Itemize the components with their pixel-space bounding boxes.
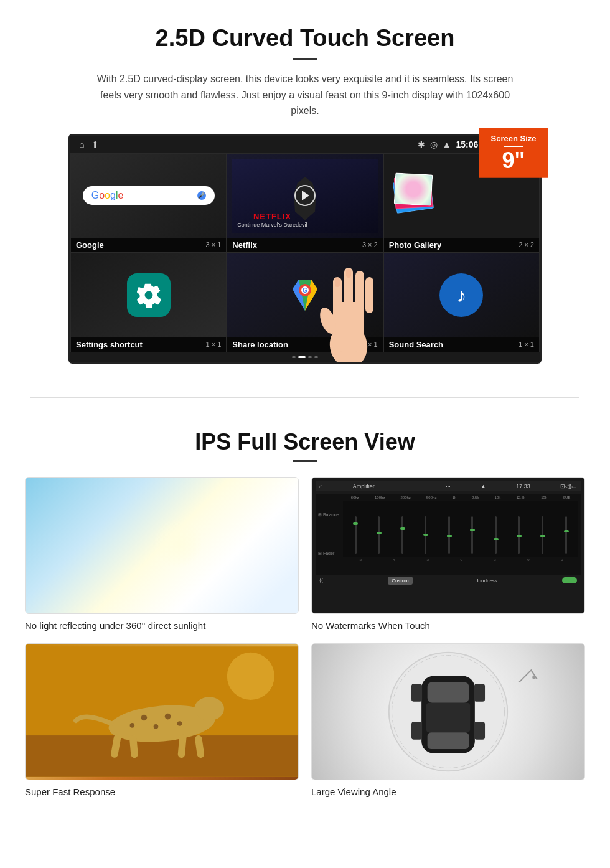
photo-stack: [392, 171, 435, 220]
svg-point-39: [532, 676, 536, 679]
app-cell-share[interactable]: G Share location 1 × 1: [227, 253, 383, 352]
netflix-overlay-text: NETFLIX Continue Marvel's Daredevil: [237, 212, 307, 228]
app-cell-settings[interactable]: Settings shortcut 1 × 1: [70, 253, 227, 352]
section1-title: 2.5D Curved Touch Screen: [37, 25, 573, 52]
svg-rect-34: [428, 732, 469, 749]
share-app-size: 1 × 1: [362, 341, 378, 348]
amp-wifi: ▲: [481, 483, 486, 489]
settings-app-size: 1 × 1: [206, 341, 222, 348]
amp-header: ⌂ Amplifier ⋮⋮ ··· ▲ 17:33 ⊡◁)▭: [316, 481, 581, 491]
svg-rect-35: [411, 684, 422, 702]
scroll-dots: [70, 352, 540, 362]
settings-app-name: Settings shortcut: [76, 340, 143, 349]
amplifier-screen: ⌂ Amplifier ⋮⋮ ··· ▲ 17:33 ⊡◁)▭ ⊞ Balanc…: [312, 478, 584, 613]
share-app-name: Share location: [232, 340, 288, 349]
screen-size-badge: Screen Size 9": [479, 128, 548, 178]
google-search-bar[interactable]: Google 🎤: [83, 186, 215, 205]
car-image-container: [311, 643, 585, 780]
svg-rect-37: [411, 722, 422, 740]
home-icon[interactable]: ⌂: [79, 139, 84, 149]
feature-cheetah: Super Fast Response: [25, 643, 299, 797]
wifi-icon: ▲: [443, 139, 451, 149]
badge-label: Screen Size: [484, 134, 543, 143]
scroll-dot-1: [292, 356, 296, 358]
status-time: 15:06: [456, 139, 479, 149]
app-cell-netflix[interactable]: NETFLIX Continue Marvel's Daredevil Netf…: [227, 153, 383, 253]
amp-bottom: ⟨⟨ Custom loudness: [316, 575, 581, 587]
amp-dots: ···: [446, 483, 451, 489]
play-button-overlay[interactable]: [294, 185, 316, 206]
gallery-app-size: 2 × 2: [518, 241, 534, 248]
netflix-preview: NETFLIX Continue Marvel's Daredevil: [227, 154, 382, 238]
share-preview: G: [227, 253, 382, 337]
settings-preview: [71, 253, 226, 337]
amp-custom-button[interactable]: Custom: [388, 577, 413, 585]
sound-preview: ♪: [384, 253, 539, 337]
svg-point-17: [227, 653, 274, 700]
amp-icons: ⊡◁)▭: [560, 483, 577, 489]
section-ips-screen: IPS Full Screen View No light reflecting…: [0, 417, 610, 822]
sound-label-row: Sound Search 1 × 1: [384, 337, 539, 352]
status-bar-left: ⌂ ⬆: [79, 139, 99, 149]
app-cell-sound[interactable]: ♪ Sound Search 1 × 1: [383, 253, 540, 352]
amplifier-caption: No Watermarks When Touch: [311, 620, 585, 631]
sky-visual: [26, 478, 298, 613]
car-visual: [312, 644, 584, 780]
badge-size: 9": [484, 149, 543, 172]
google-mic-icon[interactable]: 🎤: [197, 191, 206, 200]
cheetah-image-container: [25, 643, 299, 780]
sound-app-size: 1 × 1: [518, 341, 534, 348]
bluetooth-icon: ✱: [418, 139, 425, 149]
amp-title: Amplifier: [353, 483, 375, 489]
netflix-app-name: Netflix: [232, 240, 257, 250]
gallery-app-name: Photo Gallery: [389, 240, 442, 250]
svg-point-19: [194, 697, 224, 720]
device-screen: ⌂ ⬆ ✱ ◎ ▲ 15:06 ⊡ ◁) ⊠ ▭: [68, 134, 542, 364]
svg-point-22: [165, 714, 171, 720]
settings-icon-circle: [127, 273, 171, 317]
app-cell-google[interactable]: Google 🎤 Google 3 × 1: [70, 153, 227, 253]
google-app-size: 3 × 1: [206, 241, 222, 248]
section-curved-touch: 2.5D Curved Touch Screen With 2.5D curve…: [0, 0, 610, 379]
amp-loudness-label: loudness: [477, 578, 497, 583]
sound-app-name: Sound Search: [389, 340, 443, 349]
play-triangle-icon: [302, 191, 309, 200]
usb-icon: ⬆: [92, 139, 99, 149]
title-underline: [293, 58, 317, 60]
sun-glare: [153, 518, 203, 568]
google-preview: Google 🎤: [71, 154, 226, 238]
share-label-row: Share location 1 × 1: [227, 337, 382, 352]
settings-label-row: Settings shortcut 1 × 1: [71, 337, 226, 352]
svg-rect-38: [474, 722, 485, 740]
photo-card-3: [394, 173, 433, 206]
amplifier-image: ⌂ Amplifier ⋮⋮ ··· ▲ 17:33 ⊡◁)▭ ⊞ Balanc…: [311, 477, 585, 614]
svg-point-21: [154, 724, 159, 729]
svg-point-20: [141, 715, 148, 721]
google-label-row: Google 3 × 1: [71, 238, 226, 252]
amp-balance-label: ⊞ Balance: [318, 512, 339, 517]
svg-text:G: G: [303, 287, 307, 294]
google-logo: Google: [92, 190, 124, 201]
sunlight-image: [25, 477, 299, 614]
scroll-dot-2: [298, 356, 306, 358]
svg-rect-36: [474, 684, 485, 702]
amp-toggle-switch[interactable]: [562, 577, 577, 583]
sound-icon-circle: ♪: [439, 273, 483, 317]
app-grid: Google 🎤 Google 3 × 1: [70, 153, 540, 352]
maps-icon: G: [289, 276, 321, 314]
scroll-dot-4: [314, 356, 318, 358]
status-bar: ⌂ ⬆ ✱ ◎ ▲ 15:06 ⊡ ◁) ⊠ ▭: [70, 136, 540, 153]
netflix-subtitle: Continue Marvel's Daredevil: [237, 222, 307, 228]
gallery-label-row: Photo Gallery 2 × 2: [384, 238, 539, 252]
sunlight-caption: No light reflecting under 360° direct su…: [25, 620, 299, 631]
photo-flower: [395, 174, 432, 205]
svg-point-24: [130, 723, 135, 728]
svg-rect-16: [26, 735, 298, 777]
section1-description: With 2.5D curved-display screen, this de…: [93, 71, 517, 119]
music-note-icon: ♪: [456, 284, 466, 307]
section-divider: [30, 397, 580, 398]
section2-underline: [293, 460, 317, 462]
feature-sunlight: No light reflecting under 360° direct su…: [25, 477, 299, 631]
cheetah-caption: Super Fast Response: [25, 786, 299, 797]
car-svg: [312, 644, 584, 780]
